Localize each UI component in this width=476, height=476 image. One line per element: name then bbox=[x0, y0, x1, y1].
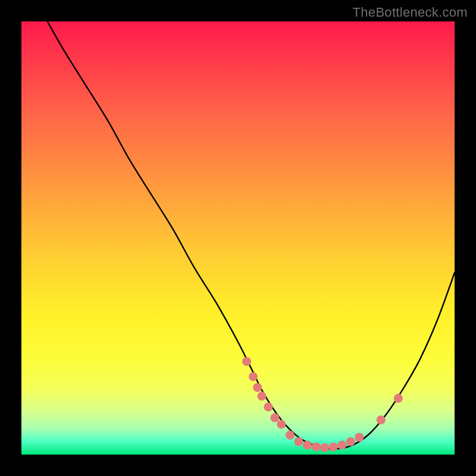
bottleneck-curve bbox=[48, 21, 455, 449]
scatter-point bbox=[264, 402, 273, 411]
scatter-point bbox=[303, 440, 312, 449]
scatter-point bbox=[394, 394, 403, 403]
scatter-point bbox=[312, 442, 321, 451]
scatter-point bbox=[329, 442, 338, 451]
scatter-point bbox=[258, 392, 267, 400]
chart-area bbox=[21, 21, 455, 455]
scatter-point bbox=[320, 443, 329, 452]
scatter-point bbox=[355, 433, 364, 441]
scatter-point bbox=[294, 437, 303, 446]
watermark-text: TheBottleneck.com bbox=[353, 5, 468, 20]
chart-svg bbox=[21, 21, 455, 455]
scatter-point bbox=[270, 414, 279, 422]
scatter-point bbox=[346, 437, 355, 446]
scatter-point bbox=[277, 420, 286, 429]
scatter-point bbox=[377, 415, 386, 424]
scatter-point bbox=[242, 357, 251, 366]
scatter-point bbox=[253, 383, 262, 392]
scatter-point bbox=[249, 372, 258, 381]
scatter-points bbox=[242, 357, 403, 452]
scatter-point bbox=[286, 431, 295, 440]
scatter-point bbox=[337, 440, 346, 449]
